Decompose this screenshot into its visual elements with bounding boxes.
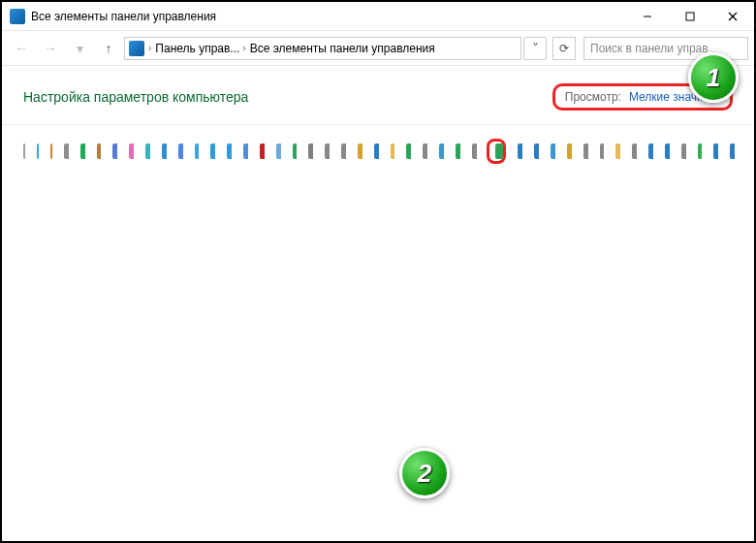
- applet-icon: [162, 144, 167, 159]
- maximize-button[interactable]: [669, 2, 711, 31]
- view-by-label: Просмотр:: [565, 90, 621, 104]
- control-panel-item[interactable]: Распознавание речи: [646, 139, 653, 164]
- control-panel-item[interactable]: Диспетчер учетных данных: [565, 139, 572, 164]
- applet-icon: [243, 144, 248, 159]
- applet-icon: [681, 144, 686, 159]
- control-panel-item[interactable]: Панель задач и навигация: [110, 139, 117, 164]
- control-panel-item[interactable]: Резервное копирование и восстан...: [404, 139, 411, 164]
- applet-icon: [325, 144, 330, 159]
- control-panel-item[interactable]: Звук: [582, 139, 588, 164]
- refresh-button[interactable]: ⟳: [552, 37, 576, 60]
- recent-history-button[interactable]: ▾: [66, 35, 93, 62]
- control-panel-item[interactable]: ASUS Smart Gesture: [21, 139, 25, 164]
- control-panel-item[interactable]: Программы по умолчанию: [143, 139, 150, 164]
- history-dropdown[interactable]: ˅: [523, 37, 547, 60]
- control-panel-item[interactable]: Автозапуск: [35, 139, 39, 164]
- applet-icon: [439, 144, 444, 159]
- applet-icon: [391, 144, 395, 159]
- control-panel-item[interactable]: Дата и время: [549, 139, 555, 164]
- applet-icon: [308, 144, 313, 159]
- applet-icon: [178, 144, 183, 159]
- applet-icon: [293, 144, 298, 159]
- content-header: Настройка параметров компьютера Просмотр…: [2, 66, 754, 125]
- control-panel-item[interactable]: Параметры индексирования: [356, 139, 362, 164]
- control-panel-item[interactable]: Телефон и модем: [421, 139, 427, 164]
- applet-icon: [358, 144, 362, 159]
- applet-icon: [423, 144, 427, 159]
- up-button[interactable]: ↑: [95, 35, 122, 62]
- control-panel-item[interactable]: История файлов: [95, 139, 102, 164]
- applet-icon: [713, 144, 718, 159]
- window-title: Все элементы панели управления: [31, 10, 626, 23]
- applet-icon: [227, 144, 232, 159]
- callout-badge-1: 1: [688, 52, 739, 103]
- control-panel-item[interactable]: Администрирование: [274, 139, 281, 164]
- control-panel-item[interactable]: HD-графика Intel®: [516, 139, 522, 164]
- control-panel-item[interactable]: Устройства и принтеры: [437, 139, 444, 164]
- applet-icon: [260, 144, 265, 159]
- svg-rect-1: [686, 13, 694, 20]
- address-bar[interactable]: › Панель управ...› Все элементы панели у…: [124, 37, 521, 60]
- applet-icon: [374, 144, 379, 159]
- applet-icon: [276, 144, 281, 159]
- applet-icon: [145, 144, 150, 159]
- applet-icon: [698, 144, 703, 159]
- control-panel-item[interactable]: Экран: [241, 139, 248, 164]
- control-panel-item[interactable]: Брандмауэр Windows: [48, 139, 52, 164]
- control-panel-item[interactable]: Электропитание: [487, 139, 507, 164]
- applet-icon: [37, 144, 39, 159]
- control-panel-item[interactable]: Восстановление: [291, 139, 298, 164]
- control-panel-item[interactable]: Защитник Windows: [323, 139, 330, 164]
- applet-icon: [23, 144, 25, 159]
- applet-icon: [665, 144, 670, 159]
- applet-icon: [583, 144, 588, 159]
- control-panel-item[interactable]: Учетные записи пользователей: [696, 139, 703, 164]
- minimize-button[interactable]: [626, 2, 669, 31]
- control-panel-item[interactable]: Flash Player (32 бита): [258, 139, 265, 164]
- control-panel-item[interactable]: Центр мобильности Windows: [208, 139, 215, 164]
- control-panel-item[interactable]: Подключения к удаленным рабоч...: [372, 139, 379, 164]
- back-button[interactable]: ←: [8, 35, 35, 62]
- control-panel-item[interactable]: Персонализация: [127, 139, 134, 164]
- applet-icon: [50, 144, 52, 159]
- control-panel-item[interactable]: Шифрование диска BitLocker: [470, 139, 477, 164]
- control-panel-item[interactable]: Шрифты: [728, 139, 735, 164]
- control-panel-item[interactable]: Система: [176, 139, 183, 164]
- applet-icon: [551, 144, 555, 159]
- control-panel-icon: [10, 9, 25, 24]
- control-panel-item[interactable]: Центр синхронизации: [454, 139, 460, 164]
- control-panel-item[interactable]: Диспетчер устройств: [306, 139, 313, 164]
- breadcrumb[interactable]: ›: [148, 43, 151, 53]
- control-panel-item[interactable]: Дисковые пространства: [62, 139, 69, 164]
- close-button[interactable]: [711, 2, 754, 31]
- control-panel-item[interactable]: Мышь: [598, 139, 605, 164]
- breadcrumb-item[interactable]: Панель управ...›: [155, 42, 245, 55]
- search-placeholder: Поиск в панели управ: [590, 42, 709, 55]
- control-panel-item[interactable]: Региональные стандарты: [160, 139, 167, 164]
- breadcrumb-item[interactable]: Все элементы панели управления: [250, 42, 435, 55]
- title-bar: Все элементы панели управления: [2, 2, 754, 31]
- control-panel-item[interactable]: Программы и компоненты: [630, 139, 637, 164]
- applet-icon: [600, 144, 605, 159]
- control-panel-item[interactable]: Устранение неполадок: [193, 139, 200, 164]
- forward-button[interactable]: →: [37, 35, 64, 62]
- applet-icon: [534, 144, 539, 159]
- nav-bar: ← → ▾ ↑ › Панель управ...› Все элементы …: [2, 31, 754, 66]
- applet-icon: [567, 144, 572, 159]
- applet-icon: [406, 144, 411, 159]
- control-panel-item[interactable]: Рабочие папки: [389, 139, 395, 164]
- control-panel-item[interactable]: Домашняя группа: [79, 139, 85, 164]
- control-panel-item[interactable]: Центр управления сетями и общи...: [225, 139, 232, 164]
- control-panel-item[interactable]: Свойства браузера: [663, 139, 670, 164]
- control-panel-items: ASUS Smart GestureАвтозапускБрандмауэр W…: [2, 125, 754, 172]
- applet-icon: [518, 144, 522, 159]
- applet-icon: [648, 144, 653, 159]
- control-panel-item[interactable]: Клавиатура: [339, 139, 346, 164]
- applet-icon: [730, 144, 735, 159]
- control-panel-item[interactable]: Управление цветом: [679, 139, 686, 164]
- control-panel-item[interactable]: Параметры Проводника: [614, 139, 620, 164]
- applet-icon: [472, 144, 477, 159]
- control-panel-item[interactable]: Центр специальных возможностей: [711, 139, 718, 164]
- applet-icon: [195, 144, 200, 159]
- control-panel-item[interactable]: Безопасность и обслуживание: [532, 139, 539, 164]
